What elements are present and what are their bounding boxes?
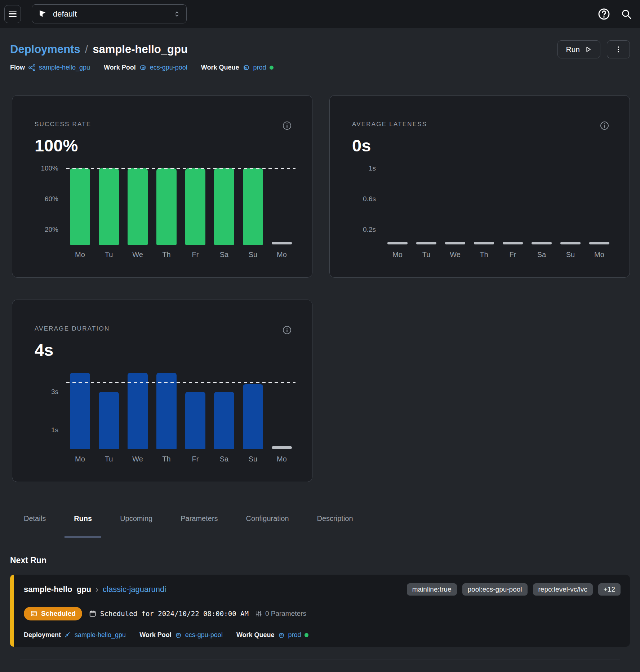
bar-sa-5[interactable] [214, 392, 234, 449]
x-tick-label: Tu [412, 251, 441, 259]
x-tick-label: Th [470, 251, 498, 259]
breadcrumb-deployments-link[interactable]: Deployments [10, 43, 80, 56]
tab-description[interactable]: Description [308, 512, 363, 538]
x-tick-label: Fr [181, 251, 210, 259]
kebab-icon [614, 45, 622, 53]
metrics-grid: SUCCESS RATE 100% 100%60%20% MoTuWeThFrS… [12, 95, 630, 482]
x-tick-label: Mo [267, 455, 296, 463]
info-icon[interactable] [282, 121, 292, 131]
no-data-marker[interactable] [272, 242, 292, 244]
tab-configuration[interactable]: Configuration [237, 512, 298, 538]
x-tick-label: We [123, 251, 152, 259]
page-header: Deployments / sample-hello_gpu Run [0, 40, 640, 71]
bar-mo-0[interactable] [70, 373, 90, 449]
no-data-marker[interactable] [589, 242, 609, 244]
workspace-selector[interactable]: default [32, 4, 187, 23]
deployment-page: default Deployments / sample-hello_gpu R… [0, 0, 640, 672]
tab-bar: Details Runs Upcoming Parameters Configu… [10, 512, 630, 538]
y-tick-label: 0.6s [363, 195, 376, 203]
parameters-count: 0 Parameters [265, 610, 306, 618]
bar-tu-1[interactable] [99, 168, 119, 245]
x-tick-label: Mo [585, 251, 614, 259]
bar-we-2[interactable] [128, 168, 148, 245]
scheduled-for-text: Scheduled for 2024/10/22 08:00:00 AM [100, 610, 249, 618]
work-pool-link[interactable]: ecs-gpu-pool [150, 64, 187, 71]
tag-overflow-count[interactable]: +12 [598, 583, 621, 596]
tag[interactable]: repo:level-vc/lvc [533, 583, 593, 596]
no-data-marker[interactable] [532, 242, 552, 244]
chip-icon [175, 632, 182, 639]
x-tick-label: Sa [210, 251, 239, 259]
chip-icon [278, 632, 285, 639]
no-data-marker[interactable] [503, 242, 523, 244]
tag[interactable]: mainline:true [407, 583, 457, 596]
deployment-link[interactable]: sample-hello_gpu [75, 631, 126, 639]
no-data-marker[interactable] [387, 242, 408, 244]
menu-button[interactable] [4, 5, 21, 23]
search-button[interactable] [619, 7, 634, 21]
info-icon[interactable] [282, 325, 292, 335]
run-name-link[interactable]: classic-jaguarundi [103, 585, 166, 594]
bar-mo-0[interactable] [70, 168, 90, 245]
x-tick-label: Tu [94, 455, 123, 463]
tab-runs[interactable]: Runs [65, 512, 101, 538]
queue-status-dot [305, 633, 308, 637]
top-bar: default [0, 0, 640, 28]
no-data-marker[interactable] [416, 242, 436, 244]
page-title: sample-hello_gpu [93, 43, 188, 56]
no-data-marker[interactable] [445, 242, 465, 244]
x-axis: MoTuWeThFrSaSuMo [66, 455, 296, 463]
run-button-label: Run [566, 45, 580, 54]
work-queue-link[interactable]: prod [288, 631, 301, 639]
tag[interactable]: pool:ecs-gpu-pool [462, 583, 528, 596]
success-rate-chart: 100%60%20% [12, 168, 296, 245]
metric-value: 0s [352, 136, 630, 155]
next-run-card[interactable]: sample-hello_gpu › classic-jaguarundi ma… [10, 575, 630, 647]
next-run-section: Next Run sample-hello_gpu › classic-jagu… [10, 556, 630, 659]
breadcrumb-separator: / [85, 43, 88, 56]
flow-link[interactable]: sample-hello_gpu [39, 64, 90, 71]
average-guide-line [66, 382, 295, 383]
flow-icon [28, 64, 36, 71]
chevron-up-down-icon [173, 10, 181, 18]
x-tick-label: Mo [66, 455, 94, 463]
info-icon[interactable] [600, 121, 609, 131]
y-tick-label: 100% [41, 164, 58, 172]
bar-th-3[interactable] [156, 373, 177, 449]
bar-su-6[interactable] [243, 168, 263, 245]
work-pool-label: Work Pool [104, 64, 136, 71]
bar-fr-4[interactable] [185, 392, 205, 449]
y-tick-label: 20% [45, 226, 58, 234]
work-queue-link[interactable]: prod [253, 64, 266, 71]
y-tick-label: 1s [51, 426, 58, 434]
tab-details[interactable]: Details [14, 512, 55, 538]
state-stripe [10, 575, 14, 647]
sliders-icon [255, 610, 262, 617]
run-button[interactable]: Run [557, 40, 600, 58]
bar-su-6[interactable] [243, 384, 263, 449]
no-data-marker[interactable] [474, 242, 494, 244]
tab-upcoming[interactable]: Upcoming [111, 512, 162, 538]
y-tick-label: 60% [45, 195, 58, 203]
run-card-flow-name: sample-hello_gpu [24, 585, 91, 594]
y-axis: 3s1s [12, 373, 66, 449]
more-options-button[interactable] [607, 40, 630, 58]
bar-we-2[interactable] [128, 373, 148, 449]
bar-th-3[interactable] [156, 168, 177, 245]
y-axis: 100%60%20% [12, 168, 66, 245]
next-run-heading: Next Run [10, 556, 630, 565]
no-data-marker[interactable] [560, 242, 581, 244]
state-badge: Scheduled [24, 607, 82, 620]
x-axis: MoTuWeThFrSaSuMo [383, 251, 614, 259]
bar-tu-1[interactable] [99, 392, 119, 449]
work-pool-link[interactable]: ecs-gpu-pool [185, 631, 223, 639]
tab-parameters[interactable]: Parameters [171, 512, 227, 538]
bar-fr-4[interactable] [185, 168, 205, 245]
bar-sa-5[interactable] [214, 168, 234, 245]
queue-status-dot [270, 66, 274, 70]
no-data-marker[interactable] [272, 446, 292, 449]
metric-card-average-duration: AVERAGE DURATION 4s 3s1s MoTuWeThFrSaSuM… [12, 300, 312, 482]
x-tick-label: Sa [210, 455, 239, 463]
y-tick-label: 0.2s [363, 226, 376, 234]
help-button[interactable] [597, 7, 611, 21]
